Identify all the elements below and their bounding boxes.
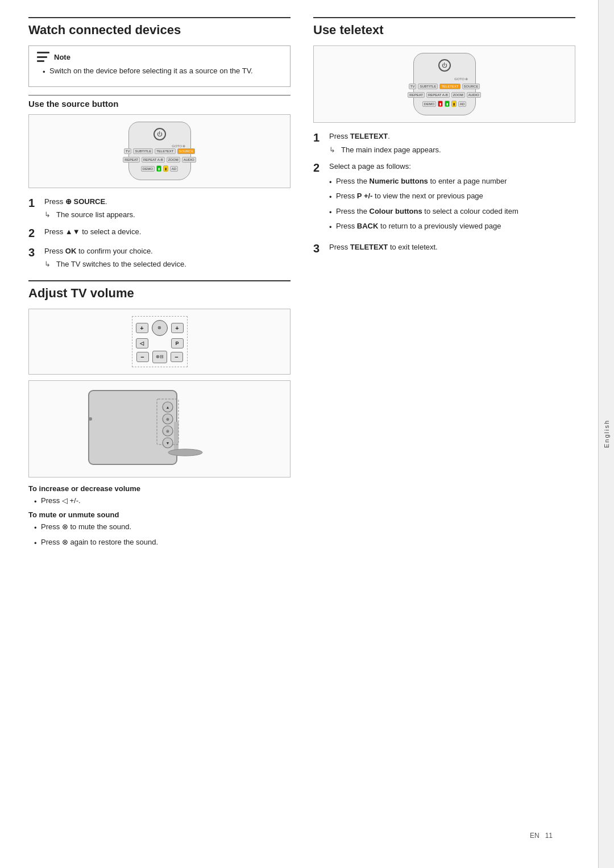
tt-bt-1: Press the Numeric buttons to enter a pag… — [336, 176, 507, 188]
mute-text-1: Press ⊗ to mute the sound. — [41, 521, 131, 534]
tt-tv-btn: TV — [409, 84, 417, 89]
tt-subtitle-btn: SUBTITLE — [418, 84, 438, 89]
increase-bullet: • Press ◁ +/-. — [34, 495, 291, 508]
vol-plus-btn: + — [136, 323, 148, 333]
teletext-btn: TELETEXT — [155, 148, 175, 154]
tv-btn: TV — [124, 148, 132, 154]
vol-sym-btn: ◁ — [136, 338, 148, 348]
svg-point-2 — [168, 449, 202, 456]
bullet-dot: • — [43, 67, 46, 78]
tt-ad-btn: AD — [458, 101, 466, 107]
mute-bullet-2: • Press ⊗ again to restore the sound. — [34, 537, 291, 549]
note-header: Note — [37, 52, 282, 62]
source-remote-illustration: ⏻ GOTO ⊕ TV SUBTITLE TELETEXT SOURCE R — [28, 114, 291, 188]
remote-row-4: DEMO ▮ ▮ AD — [134, 165, 186, 172]
step-1-sub: ↳ The source list appears. — [44, 209, 291, 221]
tt-bullet-1: • Press the Numeric buttons to enter a p… — [329, 176, 575, 188]
vol-plus-row: + ⊗ + — [136, 320, 184, 336]
step-1-prefix: Press — [44, 197, 65, 206]
step-3-sub: ↳ The TV switches to the selected device… — [44, 259, 291, 270]
step-3-content: Press OK to confirm your choice. ↳ The T… — [44, 246, 291, 270]
ch-p-btn: P — [171, 338, 184, 348]
page-footer: EN 11 — [28, 826, 575, 845]
note-box: Note • Switch on the device before selec… — [28, 45, 291, 87]
footer-text: EN 11 — [530, 832, 553, 840]
teletext-remote-illustration: ⏻ GOTO ⊕ TV SUBTITLE TELETEXT SOURCE REP… — [313, 45, 575, 123]
tt-red-btn: ▮ — [438, 101, 443, 107]
bullet-dot-mute2: • — [34, 538, 38, 549]
note-icon — [37, 52, 49, 62]
tv-side-svg: ▲ ⊕ ⊛ ▼ — [86, 388, 234, 470]
remote-row-2: TV SUBTITLE TELETEXT SOURCE — [134, 148, 186, 154]
tt-bd-2: • — [329, 192, 333, 203]
vol-left-section: + ⊗ + ◁ P − ⊗⊟ — [132, 316, 188, 367]
source-step-1: 1 Press ⊕ SOURCE. ↳ The source list appe… — [28, 196, 291, 221]
power-button: ⏻ — [154, 128, 166, 140]
increase-caption: To increase or decrease volume — [28, 484, 291, 493]
step-2-content: Press ▲▼ to select a device. — [44, 226, 291, 240]
tt-bullet-4: • Press BACK to return to a previously v… — [329, 221, 575, 233]
step-3-arrow: ↳ — [44, 259, 51, 270]
tt-step-1-suffix: . — [388, 132, 390, 140]
tt-step-2-bullets: • Press the Numeric buttons to enter a p… — [329, 176, 575, 233]
green-btn: ▮ — [156, 165, 161, 172]
vol-minus-btn: − — [136, 352, 149, 362]
adjust-section-title: Adjust TV volume — [28, 280, 291, 301]
watch-section-title: Watch connected devices — [28, 17, 291, 38]
vol-mute-btn: ⊗⊟ — [152, 351, 167, 363]
tt-step-1-content: Press TELETEXT. ↳ The main index page ap… — [329, 131, 575, 155]
source-step-3: 3 Press OK to confirm your choice. ↳ The… — [28, 246, 291, 270]
teletext-remote-body: ⏻ GOTO ⊕ TV SUBTITLE TELETEXT SOURCE REP… — [413, 53, 476, 115]
tv-side-illustration: ▲ ⊕ ⊛ ▼ — [28, 380, 291, 477]
footer-lang: EN — [530, 832, 540, 840]
step-number-2: 2 — [28, 226, 40, 240]
vol-ok-btn: ⊗ — [152, 320, 168, 336]
teletext-step-2: 2 Select a page as follows: • Press the … — [313, 161, 575, 236]
repeat-btn: REPEAT — [123, 157, 140, 163]
goto-label: GOTO ⊕ — [172, 144, 185, 148]
tt-repeat-btn: REPEAT — [408, 92, 425, 98]
svg-text:⊕: ⊕ — [166, 417, 169, 421]
source-step-2: 2 Press ▲▼ to select a device. — [28, 226, 291, 240]
tt-step-1-bold: TELETEXT — [350, 132, 388, 140]
tt-bullet-2: • Press P +/- to view the next or previo… — [329, 190, 575, 203]
teletext-step-3: 3 Press TELETEXT to exit teletext. — [313, 242, 575, 255]
remote-row-3: REPEAT REPEAT A-B ZOOM AUDIO — [134, 157, 186, 163]
step-1-content: Press ⊕ SOURCE. ↳ The source list appear… — [44, 196, 291, 221]
volume-remote-illustration: + ⊗ + ◁ P − ⊗⊟ — [28, 309, 291, 375]
teletext-steps-list: 1 Press TELETEXT. ↳ The main index page … — [313, 131, 575, 255]
increase-bullet-list: • Press ◁ +/-. — [34, 495, 291, 508]
teletext-power-icon: ⏻ — [442, 63, 447, 68]
tt-demo-btn: DEMO — [422, 101, 436, 107]
yellow-btn: ▮ — [163, 165, 168, 172]
svg-text:▲: ▲ — [165, 405, 169, 409]
tt-step-3-suffix: to exit teletext. — [388, 243, 437, 251]
step-number-1: 1 — [28, 196, 40, 221]
teletext-row-1: TV SUBTITLE TELETEXT SOURCE — [418, 84, 471, 89]
tt-step-2-text: Select a page as follows: — [329, 162, 411, 171]
sidebar-language-label: English — [603, 420, 610, 448]
tt-repeat-ab-btn: REPEAT A-B — [426, 92, 450, 98]
step-3-prefix: Press — [44, 247, 65, 255]
vol-minus-row: − ⊗⊟ − — [136, 351, 183, 363]
volume-captions: To increase or decrease volume • Press ◁… — [28, 484, 291, 549]
subtitle-btn: SUBTITLE — [133, 148, 153, 154]
tt-step-3-prefix: Press — [329, 243, 350, 251]
remote-body: ⏻ GOTO ⊕ TV SUBTITLE TELETEXT SOURCE R — [128, 122, 191, 180]
repeat-ab-btn: REPEAT A-B — [142, 157, 165, 163]
vol-mid-row: ◁ P — [136, 338, 184, 348]
tt-yellow-btn: ▮ — [451, 101, 457, 107]
tt-bd-4: • — [329, 222, 333, 233]
tt-bt-4: Press BACK to return to a previously vie… — [336, 221, 501, 233]
tt-step-1-sub: ↳ The main index page appears. — [329, 144, 575, 156]
tt-step-1-sub-text: The main index page appears. — [341, 144, 441, 156]
teletext-section-title: Use teletext — [313, 17, 575, 38]
mute-bullet-1: • Press ⊗ to mute the sound. — [34, 521, 291, 534]
step-1-bold: ⊕ SOURCE — [65, 197, 105, 206]
tt-bt-2: Press P +/- to view the next or previous… — [336, 190, 483, 203]
tt-green-btn: ▮ — [445, 101, 450, 107]
svg-rect-1 — [174, 422, 179, 450]
tt-bd-1: • — [329, 177, 333, 188]
tt-step-3-bold: TELETEXT — [350, 243, 388, 251]
mute-text-2: Press ⊗ again to restore the sound. — [41, 537, 158, 549]
